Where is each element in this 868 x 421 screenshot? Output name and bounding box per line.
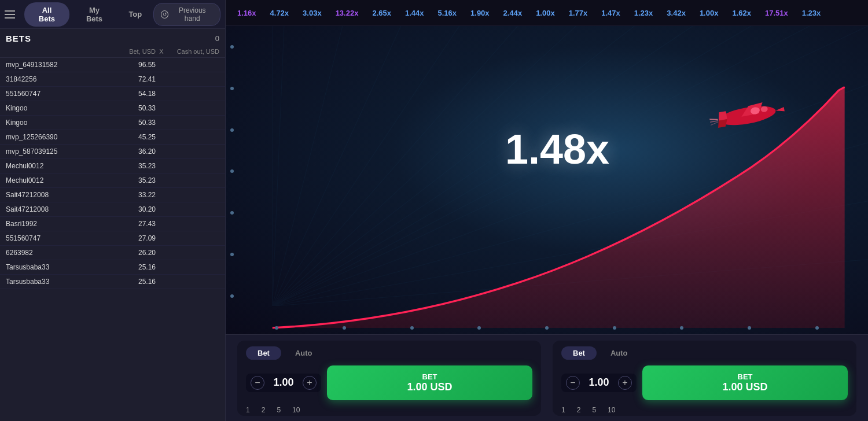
tab-bar: All Bets My Bets Top ↺ Previous hand bbox=[0, 0, 225, 29]
bet-amount: 26.20 bbox=[109, 249, 156, 257]
bet-user: 6263982 bbox=[6, 249, 109, 257]
game-canvas: 1.48x bbox=[226, 26, 868, 334]
bet-amount: 33.22 bbox=[109, 191, 156, 199]
bet-decrease-2[interactable]: − bbox=[566, 376, 580, 390]
bet-user: 31842256 bbox=[6, 75, 109, 83]
quick-1-1[interactable]: 1 bbox=[246, 406, 250, 414]
bet-user: Mechul0012 bbox=[6, 162, 109, 170]
bet-amount: 50.33 bbox=[109, 119, 156, 127]
bet-amount: 50.33 bbox=[109, 104, 156, 112]
bet-amount: 45.25 bbox=[109, 133, 156, 141]
col-bet: Bet, USD bbox=[109, 48, 156, 55]
bet-tab-1-bet[interactable]: Bet bbox=[246, 346, 281, 360]
tab-top[interactable]: Top bbox=[119, 6, 151, 22]
table-row: 551560747 54.18 bbox=[0, 87, 225, 101]
bet-user: mvp_125266390 bbox=[6, 133, 109, 141]
bet-amount-control-2: − 1.00 + bbox=[561, 374, 637, 392]
multiplier-item[interactable]: 1.23x bbox=[628, 6, 659, 20]
multiplier-item[interactable]: 1.00x bbox=[530, 6, 561, 20]
quick-1-2[interactable]: 2 bbox=[262, 406, 266, 414]
table-row: mvp_649131582 96.55 bbox=[0, 58, 225, 72]
bet-amount: 54.18 bbox=[109, 90, 156, 98]
bet-tab-1-auto[interactable]: Auto bbox=[284, 346, 324, 360]
bet-user: Basri1992 bbox=[6, 220, 109, 228]
bets-count: 0 bbox=[215, 34, 219, 43]
bet-controls-1: − 1.00 + BET 1.00 USD bbox=[246, 365, 532, 400]
quick-1-3[interactable]: 5 bbox=[277, 406, 281, 414]
multiplier-item[interactable]: 1.23x bbox=[796, 6, 827, 20]
quick-1-4[interactable]: 10 bbox=[292, 406, 300, 414]
tab-all-bets[interactable]: All Bets bbox=[24, 2, 69, 27]
multiplier-item[interactable]: 1.77x bbox=[563, 6, 594, 20]
multiplier-item[interactable]: 3.42x bbox=[661, 6, 692, 20]
multiplier-item[interactable]: 1.47x bbox=[595, 6, 626, 20]
table-row: 6263982 26.20 bbox=[0, 246, 225, 260]
multiplier-item[interactable]: 5.16x bbox=[432, 6, 463, 20]
svg-marker-19 bbox=[717, 112, 727, 121]
table-row: Kingoo 50.33 bbox=[0, 101, 225, 116]
multiplier-item[interactable]: 1.00x bbox=[694, 6, 724, 20]
multiplier-item[interactable]: 13.22x bbox=[330, 6, 365, 20]
bet-user: mvp_649131582 bbox=[6, 61, 109, 69]
quick-2-1[interactable]: 1 bbox=[561, 406, 565, 414]
multiplier-item[interactable]: 1.62x bbox=[726, 6, 757, 20]
multiplier-item[interactable]: 1.90x bbox=[465, 6, 495, 20]
bet-user: Tarsusbaba33 bbox=[6, 278, 109, 286]
table-row: mvp_125266390 45.25 bbox=[0, 130, 225, 145]
multiplier-item[interactable]: 2.65x bbox=[366, 6, 397, 20]
bet-user: Tarsusbaba33 bbox=[6, 263, 109, 271]
multiplier-item[interactable]: 3.03x bbox=[297, 6, 328, 20]
quick-2-3[interactable]: 5 bbox=[592, 406, 596, 414]
multiplier-item[interactable]: 1.44x bbox=[399, 6, 430, 20]
bet-tab-2-auto[interactable]: Auto bbox=[599, 346, 639, 360]
bet-amount-control-1: − 1.00 + bbox=[246, 374, 321, 392]
multiplier-item[interactable]: 17.51x bbox=[759, 6, 794, 20]
bet-tabs-1: Bet Auto bbox=[246, 346, 532, 360]
bet-controls-2: − 1.00 + BET 1.00 USD bbox=[561, 365, 848, 400]
bet-amount: 96.55 bbox=[109, 61, 156, 69]
table-row: Basri1992 27.43 bbox=[0, 217, 225, 231]
bet-user: Mechul0012 bbox=[6, 176, 109, 184]
bet-amount: 27.09 bbox=[109, 234, 156, 242]
main-area: 1.16x4.72x3.03x13.22x2.65x1.44x5.16x1.90… bbox=[226, 0, 868, 421]
bet-amount: 36.20 bbox=[109, 147, 156, 156]
bet-user: Kingoo bbox=[6, 119, 109, 127]
tab-my-bets[interactable]: My Bets bbox=[72, 2, 117, 27]
bet-tabs-2: Bet Auto bbox=[561, 346, 848, 360]
left-panel: All Bets My Bets Top ↺ Previous hand BET… bbox=[0, 0, 226, 421]
bet-user: Kingoo bbox=[6, 104, 109, 112]
multiplier-item[interactable]: 2.44x bbox=[498, 6, 528, 20]
clock-icon: ↺ bbox=[161, 10, 168, 19]
table-row: 551560747 27.09 bbox=[0, 231, 225, 246]
multiplier-item[interactable]: 4.72x bbox=[264, 6, 295, 20]
table-row: Tarsusbaba33 25.16 bbox=[0, 275, 225, 289]
bet-amount-value-1: 1.00 bbox=[269, 376, 298, 389]
bet-decrease-1[interactable]: − bbox=[251, 376, 264, 390]
bottom-dots bbox=[226, 326, 868, 330]
bet-main-button-2[interactable]: BET 1.00 USD bbox=[642, 365, 848, 400]
bets-list: mvp_649131582 96.55 31842256 72.41 55156… bbox=[0, 58, 225, 421]
bet-amount: 25.16 bbox=[109, 278, 156, 286]
multiplier-bar: 1.16x4.72x3.03x13.22x2.65x1.44x5.16x1.90… bbox=[226, 0, 868, 26]
table-row: mvp_587039125 36.20 bbox=[0, 145, 225, 159]
bets-title: BETS bbox=[6, 34, 31, 43]
bet-increase-2[interactable]: + bbox=[618, 376, 632, 390]
bet-tab-2-bet[interactable]: Bet bbox=[561, 346, 597, 360]
bet-amount: 30.20 bbox=[109, 205, 156, 213]
multiplier-item[interactable]: 1.16x bbox=[231, 6, 262, 20]
current-multiplier: 1.48x bbox=[505, 125, 609, 173]
table-row: 31842256 72.41 bbox=[0, 72, 225, 87]
menu-icon[interactable] bbox=[5, 6, 20, 23]
betting-panel: Bet Auto − 1.00 + BET 1.00 USD 1 2 5 10 bbox=[226, 334, 868, 421]
bet-main-button-1[interactable]: BET 1.00 USD bbox=[327, 365, 532, 400]
table-row: Sait47212008 33.22 bbox=[0, 188, 225, 202]
table-row: Sait47212008 30.20 bbox=[0, 202, 225, 217]
bet-user: Sait47212008 bbox=[6, 191, 109, 199]
prev-hand-button[interactable]: ↺ Previous hand bbox=[153, 3, 220, 26]
bet-increase-1[interactable]: + bbox=[303, 376, 317, 390]
quick-2-2[interactable]: 2 bbox=[577, 406, 581, 414]
bet-amount-value-2: 1.00 bbox=[584, 376, 613, 389]
bet-section-2: Bet Auto − 1.00 + BET 1.00 USD 1 2 5 10 bbox=[553, 341, 856, 416]
bet-user: 551560747 bbox=[6, 90, 109, 98]
quick-2-4[interactable]: 10 bbox=[608, 406, 615, 414]
